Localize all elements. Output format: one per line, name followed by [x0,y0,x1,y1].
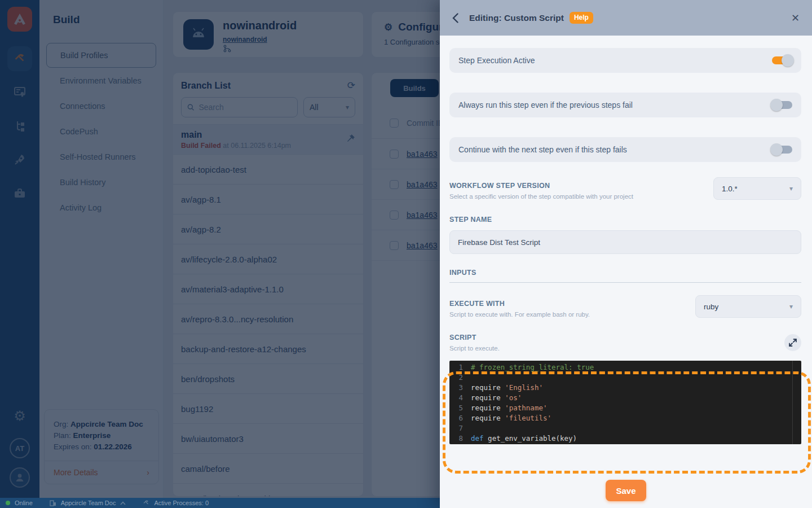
continue-next-toggle[interactable] [772,146,792,154]
code-text: # frozen_string_literal: true [471,362,594,373]
code-line: 8def get_env_variable(key) [449,433,801,444]
save-button[interactable]: Save [606,480,646,501]
toggle-row-continue-next: Continue with the next step even if this… [449,137,801,162]
back-button[interactable] [452,12,465,24]
execute-with-section: EXECUTE WITH Script to execute with. For… [449,300,801,318]
toggle-label: Step Execution Active [458,56,535,65]
panel-title: Editing: Custom Script [469,13,564,23]
script-label: SCRIPT [449,334,500,341]
code-line: 5require 'pathname' [449,403,801,413]
org-icon [50,500,56,506]
modal-dim-overlay[interactable] [0,0,440,498]
code-text: require 'fileutils' [471,413,551,423]
active-processes: Active Processes: 0 [154,500,209,506]
chevron-up-icon[interactable] [120,501,126,505]
code-text: def get_env_variable(key) [471,433,577,444]
line-number: 8 [449,433,471,444]
statusbar-org[interactable]: Appcircle Team Doc [61,500,116,506]
help-badge[interactable]: Help [570,12,593,24]
code-line: 3require 'English' [449,383,801,393]
step-name-input[interactable] [449,230,801,254]
editor-scrollbar[interactable] [792,361,793,444]
code-line: 4require 'os' [449,393,801,403]
panel-header: Editing: Custom Script Help ✕ [440,0,812,36]
chevron-down-icon: ▾ [789,185,793,192]
toggle-label: Always run this step even if the previou… [458,100,633,110]
line-number: 9 [449,444,471,444]
panel-body: Step Execution Active Always run this st… [440,36,812,473]
inputs-label: INPUTS [449,269,801,283]
close-icon[interactable]: ✕ [791,12,800,24]
execute-with-desc: Script to execute with. For example bash… [449,311,590,318]
expand-editor-button[interactable] [784,334,801,351]
line-number: 3 [449,383,471,393]
chevron-left-icon [452,13,458,23]
online-label: Online [15,500,33,506]
edit-step-panel: Editing: Custom Script Help ✕ Step Execu… [440,0,812,508]
panel-footer: Save [440,473,812,508]
code-text: require 'English' [471,383,543,393]
toggle-knob [782,54,794,67]
step-name-label: STEP NAME [449,216,801,224]
execute-with-select[interactable]: ruby ▾ [695,295,801,318]
code-text: ENV[key].nil? || ENV[key] == '' ? nil : … [471,444,683,444]
appcircle-app: ⚙ AT Build Build ProfilesEnvironment Var… [0,0,812,508]
chevron-down-icon: ▾ [789,303,793,310]
execute-with-value: ruby [704,303,718,311]
code-lines: 1# frozen_string_literal: true23require … [449,362,801,444]
code-text: require 'os' [471,393,522,403]
version-desc: Select a specific version of the step co… [449,193,633,200]
code-line: 6require 'fileutils' [449,413,801,423]
line-number: 4 [449,393,471,403]
code-line: 7 [449,423,801,433]
toggle-knob [770,99,783,111]
toggle-knob [770,143,783,156]
version-label: WORKFLOW STEP VERSION [449,182,633,190]
script-desc: Script to execute. [449,345,500,352]
code-line: 1# frozen_string_literal: true [449,362,801,373]
online-status-icon [6,501,10,505]
code-line: 9 ENV[key].nil? || ENV[key] == '' ? nil … [449,444,801,444]
code-line: 2 [449,373,801,383]
line-number: 7 [449,423,471,433]
always-run-toggle[interactable] [772,101,792,109]
toggle-label: Continue with the next step even if this… [458,145,627,154]
version-select[interactable]: 1.0.* ▾ [713,177,801,200]
code-text: require 'pathname' [471,403,547,413]
hammer-small-icon [143,500,149,506]
script-section-header: SCRIPT Script to execute. [449,334,801,352]
toggle-row-step-execution: Step Execution Active [449,48,801,73]
line-number: 1 [449,362,471,373]
line-number: 5 [449,403,471,413]
line-number: 2 [449,373,471,383]
script-code-editor[interactable]: 1# frozen_string_literal: true23require … [449,361,801,444]
line-number: 6 [449,413,471,423]
step-execution-toggle[interactable] [772,56,792,64]
step-name-section: STEP NAME [449,216,801,254]
toggle-row-always-run: Always run this step even if the previou… [449,93,801,117]
expand-icon [789,339,797,347]
execute-with-label: EXECUTE WITH [449,300,590,308]
version-value: 1.0.* [722,185,738,193]
workflow-version-section: WORKFLOW STEP VERSION Select a specific … [449,182,801,200]
